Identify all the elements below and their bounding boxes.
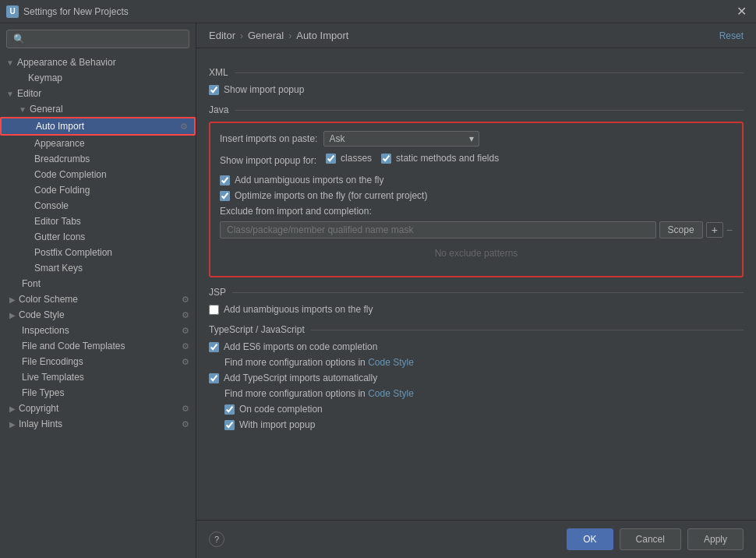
sidebar-item-label: File Types	[22, 387, 64, 398]
on-code-completion-checkbox[interactable]	[224, 404, 235, 415]
apply-button[interactable]: Apply	[687, 528, 744, 550]
sidebar-item-label: Code Style	[19, 309, 65, 320]
title-bar: U Settings for New Projects ✕	[0, 0, 756, 23]
sidebar-item-appearance-behavior[interactable]: ▼ Appearance & Behavior	[0, 55, 196, 70]
help-button[interactable]: ?	[209, 532, 224, 547]
settings-icon: ⚙	[182, 357, 189, 367]
sidebar-item-postfix-completion[interactable]: Postfix Completion	[0, 245, 196, 260]
add-es6-row: Add ES6 imports on code completion	[209, 341, 744, 352]
scope-button[interactable]: Scope	[659, 221, 703, 238]
sidebar-item-file-code-templates[interactable]: File and Code Templates ⚙	[0, 338, 196, 354]
insert-imports-select[interactable]: Ask ▾	[323, 131, 479, 147]
insert-imports-row: Insert imports on paste: Ask ▾	[220, 131, 733, 147]
settings-icon: ⚙	[180, 122, 188, 132]
settings-icon: ⚙	[182, 404, 189, 414]
add-unambiguous-checkbox[interactable]	[220, 175, 230, 185]
settings-icon: ⚙	[182, 419, 189, 429]
settings-window: U Settings for New Projects ✕ ▼ Appearan…	[0, 0, 756, 558]
no-patterns-label: No exclude patterns	[220, 238, 733, 268]
reset-button[interactable]: Reset	[719, 30, 744, 41]
breadcrumb-sep-2: ›	[288, 30, 291, 41]
sidebar-item-label: File Encodings	[22, 356, 83, 367]
breadcrumb: Editor › General › Auto Import Reset	[196, 23, 756, 48]
classes-checkbox[interactable]	[326, 154, 336, 164]
insert-imports-label: Insert imports on paste:	[220, 133, 317, 144]
breadcrumb-part-1: Editor	[209, 30, 235, 41]
code-style-link-1[interactable]: Code Style	[368, 357, 414, 368]
sidebar-item-keymap[interactable]: Keymap	[0, 70, 196, 86]
sidebar-item-smart-keys[interactable]: Smart Keys	[0, 260, 196, 276]
optimize-imports-checkbox[interactable]	[220, 191, 230, 201]
xml-show-import-popup-checkbox[interactable]	[209, 85, 219, 95]
optimize-imports-row: Optimize imports on the fly (for current…	[220, 190, 733, 201]
expand-arrow: ▼	[6, 58, 14, 67]
close-button[interactable]: ✕	[733, 4, 750, 19]
exclude-input-row: Scope + −	[220, 221, 733, 238]
breadcrumb-part-3: Auto Import	[296, 30, 348, 41]
add-unambiguous-row: Add unambiguous imports on the fly	[220, 175, 733, 185]
jsp-add-unambiguous-checkbox[interactable]	[209, 305, 219, 315]
sidebar-item-auto-import[interactable]: Auto Import ⚙	[0, 117, 196, 136]
with-import-popup-checkbox[interactable]	[224, 420, 235, 430]
sidebar-item-file-types[interactable]: File Types	[0, 385, 196, 401]
sidebar-item-label: Copyright	[19, 403, 58, 414]
exclude-section: Exclude from import and completion: Scop…	[220, 206, 733, 238]
java-section-header: Java	[209, 104, 744, 115]
xml-show-import-popup-label: Show import popup	[224, 84, 304, 95]
sidebar-item-font[interactable]: Font	[0, 276, 196, 291]
sidebar-item-inlay-hints[interactable]: ▶ Inlay Hints ⚙	[0, 416, 196, 432]
exclude-input[interactable]	[220, 221, 656, 238]
sidebar-item-breadcrumbs[interactable]: Breadcrumbs	[0, 151, 196, 167]
static-methods-checkbox[interactable]	[381, 154, 391, 164]
sidebar-item-label: General	[30, 104, 63, 115]
sidebar-item-live-templates[interactable]: Live Templates	[0, 369, 196, 385]
jsp-add-unambiguous-label: Add unambiguous imports on the fly	[224, 304, 373, 315]
sidebar-item-copyright[interactable]: ▶ Copyright ⚙	[0, 401, 196, 416]
java-settings-section: Insert imports on paste: Ask ▾ Show impo…	[209, 122, 744, 277]
sidebar-item-editor-tabs[interactable]: Editor Tabs	[0, 214, 196, 229]
settings-panel: XML Show import popup Java Insert import…	[196, 48, 756, 520]
sidebar-item-color-scheme[interactable]: ▶ Color Scheme ⚙	[0, 291, 196, 307]
sidebar-item-gutter-icons[interactable]: Gutter Icons	[0, 229, 196, 245]
add-typescript-checkbox[interactable]	[209, 373, 219, 383]
window-title: Settings for New Projects	[23, 6, 733, 17]
collapse-button[interactable]: −	[726, 224, 733, 236]
ok-button[interactable]: OK	[567, 528, 613, 550]
sidebar-item-code-style[interactable]: ▶ Code Style ⚙	[0, 307, 196, 323]
code-style-link-2[interactable]: Code Style	[368, 388, 414, 399]
sidebar-item-editor[interactable]: ▼ Editor	[0, 86, 196, 101]
find-more-ts-text: Find more configuration options in	[224, 388, 366, 399]
sidebar-item-label: Gutter Icons	[34, 231, 85, 242]
static-methods-label: static methods and fields	[396, 153, 499, 164]
add-typescript-label: Add TypeScript imports automatically	[224, 373, 377, 383]
add-pattern-button[interactable]: +	[706, 222, 723, 238]
sidebar-item-code-completion[interactable]: Code Completion	[0, 167, 196, 182]
sidebar-item-label: Font	[22, 278, 41, 289]
search-input[interactable]	[6, 30, 189, 48]
breadcrumb-sep-1: ›	[240, 30, 243, 41]
jsp-add-unambiguous-row: Add unambiguous imports on the fly	[209, 304, 744, 315]
settings-icon: ⚙	[182, 326, 189, 336]
typescript-section-header: TypeScript / JavaScript	[209, 324, 744, 335]
sidebar-item-general[interactable]: ▼ General	[0, 101, 196, 117]
on-code-completion-row: On code completion	[224, 404, 744, 415]
cancel-button[interactable]: Cancel	[620, 528, 681, 550]
xml-show-import-popup-row: Show import popup	[209, 84, 744, 95]
sidebar-item-file-encodings[interactable]: File Encodings ⚙	[0, 354, 196, 369]
expand-arrow: ▼	[6, 90, 14, 98]
sidebar-item-console[interactable]: Console	[0, 198, 196, 214]
sidebar-item-code-folding[interactable]: Code Folding	[0, 182, 196, 198]
xml-section-header: XML	[209, 67, 744, 78]
add-es6-label: Add ES6 imports on code completion	[224, 341, 377, 352]
sidebar-item-appearance[interactable]: Appearance	[0, 136, 196, 151]
sidebar-item-inspections[interactable]: Inspections ⚙	[0, 323, 196, 338]
sidebar-item-label: Postfix Completion	[34, 247, 112, 258]
settings-icon: ⚙	[182, 295, 189, 305]
add-es6-checkbox[interactable]	[209, 342, 219, 352]
static-methods-check-row: static methods and fields	[381, 153, 499, 164]
sidebar-item-label: Color Scheme	[19, 294, 78, 305]
find-more-ts-row: Find more configuration options in Code …	[224, 388, 744, 399]
import-popup-checks: classes static methods and fields	[326, 153, 499, 168]
sidebar-item-label: Console	[34, 200, 69, 211]
sidebar-item-label: Auto Import	[36, 121, 84, 132]
